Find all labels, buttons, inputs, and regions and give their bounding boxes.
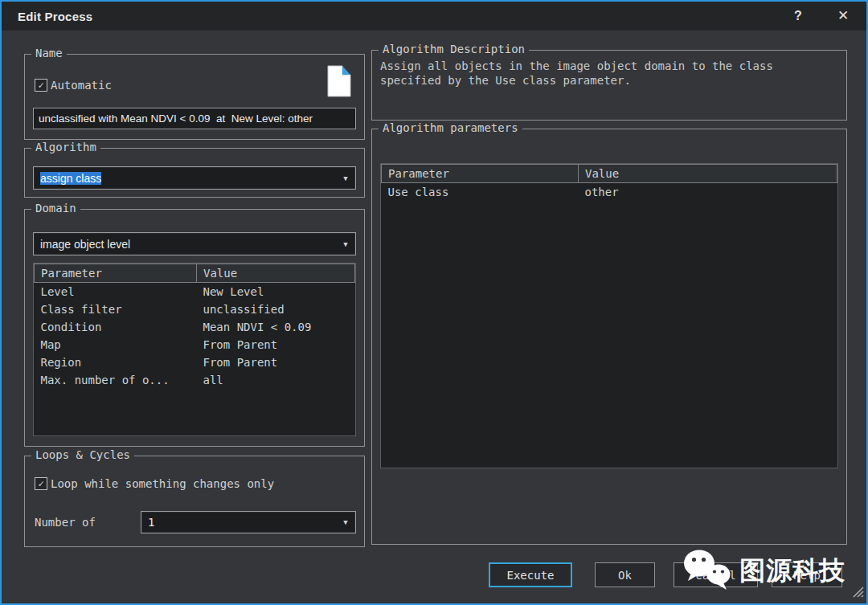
domain-group: Domain image object level ▼ Parameter Va… <box>24 209 365 447</box>
algorithm-description-text: Assign all objects in the image object d… <box>380 59 838 88</box>
resize-grip-icon[interactable] <box>851 585 864 601</box>
automatic-checkbox-label: Automatic <box>51 79 112 92</box>
chevron-down-icon[interactable]: ▼ <box>336 174 355 182</box>
value-cell: From Parent <box>197 336 355 354</box>
help-button[interactable]: Help <box>772 562 842 587</box>
param-cell: Region <box>35 354 197 371</box>
automatic-checkbox-row[interactable]: ✓ Automatic <box>35 79 112 92</box>
param-cell: Condition <box>35 318 197 336</box>
table-row[interactable]: Class filter unclassified <box>35 300 355 318</box>
number-of-label: Number of <box>35 516 96 529</box>
algorithm-group-label: Algorithm <box>31 141 100 153</box>
table-header-row: Parameter Value <box>35 264 355 283</box>
domain-parameter-table: Parameter Value Level New Level Class fi… <box>33 263 356 436</box>
domain-col-parameter[interactable]: Parameter <box>35 264 197 283</box>
name-group-label: Name <box>31 47 67 59</box>
help-icon[interactable]: ? <box>784 5 812 27</box>
edit-process-dialog: Edit Process ? ✕ Name ✓ Automatic Algori… <box>0 0 868 605</box>
domain-selected-value: image object level <box>34 238 336 251</box>
cancel-button[interactable]: Cancel <box>674 562 758 587</box>
param-cell: Map <box>35 336 197 354</box>
loop-checkbox[interactable]: ✓ <box>35 477 47 490</box>
table-header-row: Parameter Value <box>382 165 837 183</box>
algorithm-group: Algorithm assign class ▼ <box>24 148 365 198</box>
algorithm-selected-value: assign class <box>34 172 336 185</box>
algorithm-parameters-table: Parameter Value Use class other <box>380 163 838 468</box>
titlebar[interactable]: Edit Process ? ✕ <box>2 2 866 31</box>
value-cell: Mean NDVI < 0.09 <box>197 318 355 336</box>
ok-button[interactable]: Ok <box>595 562 655 587</box>
process-name-input[interactable] <box>33 108 356 129</box>
param-cell: Class filter <box>35 300 197 318</box>
table-row[interactable]: Map From Parent <box>35 336 355 354</box>
close-icon[interactable]: ✕ <box>829 5 857 27</box>
loop-checkbox-row[interactable]: ✓ Loop while something changes only <box>35 477 274 490</box>
domain-combobox[interactable]: image object level ▼ <box>33 232 356 255</box>
table-row[interactable]: Max. number of o... all <box>35 371 355 389</box>
table-row[interactable]: Condition Mean NDVI < 0.09 <box>35 318 355 336</box>
number-of-combobox[interactable]: 1 ▼ <box>141 511 356 533</box>
algorithm-description-group: Algorithm Description Assign all objects… <box>371 50 847 121</box>
param-cell: Use class <box>382 183 579 202</box>
loop-checkbox-label: Loop while something changes only <box>51 477 274 490</box>
value-cell: From Parent <box>197 354 355 371</box>
algorithm-parameters-label: Algorithm parameters <box>379 121 522 134</box>
table-row[interactable]: Use class other <box>382 183 837 202</box>
loops-cycles-group-label: Loops & Cycles <box>31 448 134 461</box>
execute-button[interactable]: Execute <box>489 562 572 587</box>
param-cell: Max. number of o... <box>35 371 197 389</box>
value-cell: unclassified <box>197 300 355 318</box>
chevron-down-icon[interactable]: ▼ <box>336 518 355 526</box>
loops-cycles-group: Loops & Cycles ✓ Loop while something ch… <box>24 456 365 547</box>
domain-group-label: Domain <box>31 202 80 215</box>
number-of-value: 1 <box>141 516 336 529</box>
new-document-icon[interactable] <box>326 64 353 101</box>
algorithm-parameters-group: Algorithm parameters Parameter Value Use… <box>371 129 847 545</box>
automatic-checkbox[interactable]: ✓ <box>35 79 47 92</box>
value-cell: other <box>579 183 837 202</box>
algorithm-description-label: Algorithm Description <box>379 43 529 55</box>
algorithm-combobox[interactable]: assign class ▼ <box>33 166 356 190</box>
table-row[interactable]: Level New Level <box>35 283 355 301</box>
chevron-down-icon[interactable]: ▼ <box>336 240 355 248</box>
check-icon: ✓ <box>35 478 47 489</box>
domain-col-value[interactable]: Value <box>197 264 355 283</box>
name-group: Name ✓ Automatic <box>24 54 365 140</box>
param-cell: Level <box>35 283 197 301</box>
table-row[interactable]: Region From Parent <box>35 354 355 371</box>
params-col-value[interactable]: Value <box>579 165 837 183</box>
value-cell: New Level <box>197 283 355 301</box>
params-col-parameter[interactable]: Parameter <box>382 165 579 183</box>
check-icon: ✓ <box>35 80 47 91</box>
value-cell: all <box>197 371 355 389</box>
dialog-title: Edit Process <box>18 10 92 23</box>
